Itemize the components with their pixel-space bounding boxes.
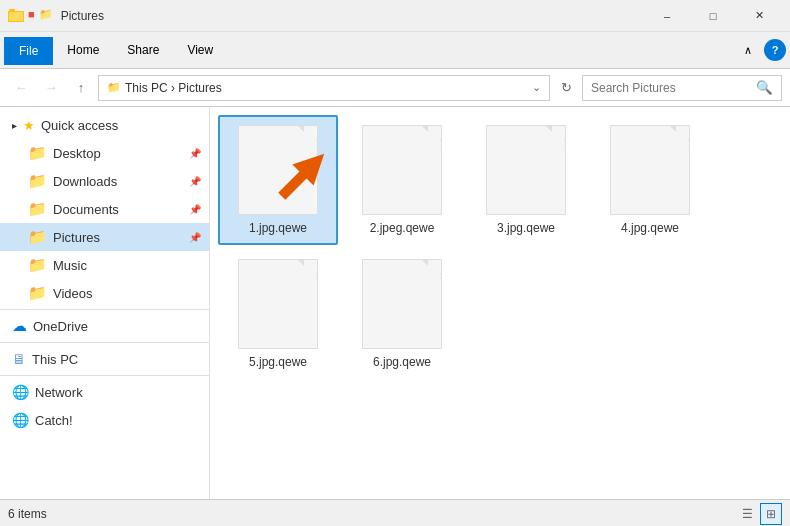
minimize-button[interactable]: –: [644, 0, 690, 32]
sidebar-item-quick-access-header[interactable]: ▸ ★ Quick access: [0, 111, 209, 139]
sidebar-thispc-label: This PC: [32, 352, 78, 367]
sidebar-videos-label: Videos: [53, 286, 93, 301]
ribbon-tabs: File Home Share View ∧ ?: [0, 32, 790, 68]
file-name-6: 6.jpg.qewe: [373, 355, 431, 369]
sidebar-music-label: Music: [53, 258, 87, 273]
address-bar: ← → ↑ 📁 This PC › Pictures ⌄ ↻ 🔍: [0, 69, 790, 107]
refresh-button[interactable]: ↻: [554, 76, 578, 100]
address-path[interactable]: 📁 This PC › Pictures ⌄: [98, 75, 550, 101]
desktop-folder-icon: 📁: [28, 144, 47, 162]
maximize-button[interactable]: □: [690, 0, 736, 32]
sidebar-item-onedrive[interactable]: ☁ OneDrive: [0, 312, 209, 340]
pin-icon: 📌: [189, 148, 201, 159]
catch-icon: 🌐: [12, 412, 29, 428]
file-name-4: 4.jpg.qewe: [621, 221, 679, 235]
sidebar-documents-label: Documents: [53, 202, 119, 217]
pictures-pin-icon: 📌: [189, 232, 201, 243]
documents-pin-icon: 📌: [189, 204, 201, 215]
file-name-3: 3.jpg.qewe: [497, 221, 555, 235]
ribbon: File Home Share View ∧ ?: [0, 32, 790, 69]
title-bar-folder-icon: 📁: [39, 8, 53, 24]
file-area: 1.jpg.qewe 2.jpeg.qewe 3.jpg.qewe: [210, 107, 790, 499]
title-bar-icons: ■ 📁: [8, 8, 53, 24]
sidebar-item-downloads[interactable]: 📁 Downloads 📌: [0, 167, 209, 195]
view-toggle-buttons: ☰ ⊞: [736, 503, 782, 525]
file-icon-3: [486, 125, 566, 215]
close-button[interactable]: ✕: [736, 0, 782, 32]
pictures-folder-icon: 📁: [28, 228, 47, 246]
sidebar-downloads-label: Downloads: [53, 174, 117, 189]
svg-rect-2: [9, 12, 23, 21]
title-bar: ■ 📁 Pictures – □ ✕: [0, 0, 790, 32]
quick-access-label: Quick access: [41, 118, 118, 133]
file-item-2[interactable]: 2.jpeg.qewe: [342, 115, 462, 245]
downloads-folder-icon: 📁: [28, 172, 47, 190]
sidebar-item-documents[interactable]: 📁 Documents 📌: [0, 195, 209, 223]
sidebar-onedrive-label: OneDrive: [33, 319, 88, 334]
file-item-3[interactable]: 3.jpg.qewe: [466, 115, 586, 245]
window-title: Pictures: [61, 9, 644, 23]
file-grid: 1.jpg.qewe 2.jpeg.qewe 3.jpg.qewe: [218, 115, 782, 379]
tab-home[interactable]: Home: [53, 37, 113, 63]
downloads-pin-icon: 📌: [189, 176, 201, 187]
search-icon-button[interactable]: 🔍: [756, 80, 773, 95]
tab-share[interactable]: Share: [113, 37, 173, 63]
documents-folder-icon: 📁: [28, 200, 47, 218]
window-icon: [8, 8, 24, 24]
star-icon: ★: [23, 118, 35, 133]
onedrive-icon: ☁: [12, 317, 27, 335]
file-item-5[interactable]: 5.jpg.qewe: [218, 249, 338, 379]
sidebar-item-pictures[interactable]: 📁 Pictures 📌: [0, 223, 209, 251]
item-count-label: 6 items: [8, 507, 47, 521]
sidebar-pictures-label: Pictures: [53, 230, 100, 245]
file-item-6[interactable]: 6.jpg.qewe: [342, 249, 462, 379]
search-box[interactable]: 🔍: [582, 75, 782, 101]
videos-folder-icon: 📁: [28, 284, 47, 302]
large-icons-view-button[interactable]: ⊞: [760, 503, 782, 525]
file-name-2: 2.jpeg.qewe: [370, 221, 435, 235]
tab-view[interactable]: View: [173, 37, 227, 63]
quick-access-icon: ■: [28, 8, 35, 24]
file-icon-2: [362, 125, 442, 215]
network-icon: 🌐: [12, 384, 29, 400]
file-name-5: 5.jpg.qewe: [249, 355, 307, 369]
svg-rect-0: [9, 9, 15, 11]
sidebar-item-network[interactable]: 🌐 Network: [0, 378, 209, 406]
file-icon-1: [238, 125, 318, 215]
file-item-4[interactable]: 4.jpg.qewe: [590, 115, 710, 245]
file-icon-4: [610, 125, 690, 215]
sidebar-item-desktop[interactable]: 📁 Desktop 📌: [0, 139, 209, 167]
ribbon-collapse-button[interactable]: ∧: [736, 40, 760, 61]
sidebar-separator-1: [0, 309, 209, 310]
main-layout: ▸ ★ Quick access 📁 Desktop 📌 📁 Downloads…: [0, 107, 790, 499]
status-bar: 6 items ☰ ⊞: [0, 499, 790, 526]
sidebar-separator-2: [0, 342, 209, 343]
sidebar-item-catch[interactable]: 🌐 Catch!: [0, 406, 209, 434]
sidebar-item-thispc[interactable]: 🖥 This PC: [0, 345, 209, 373]
sidebar: ▸ ★ Quick access 📁 Desktop 📌 📁 Downloads…: [0, 107, 210, 499]
sidebar-network-label: Network: [35, 385, 83, 400]
tab-file[interactable]: File: [4, 37, 53, 65]
music-folder-icon: 📁: [28, 256, 47, 274]
help-button[interactable]: ?: [764, 39, 786, 61]
this-pc-icon: 🖥: [12, 351, 26, 367]
sidebar-separator-3: [0, 375, 209, 376]
sidebar-desktop-label: Desktop: [53, 146, 101, 161]
search-input[interactable]: [591, 81, 752, 95]
forward-button[interactable]: →: [38, 75, 64, 101]
details-view-button[interactable]: ☰: [736, 503, 758, 525]
sidebar-catch-label: Catch!: [35, 413, 73, 428]
back-button[interactable]: ←: [8, 75, 34, 101]
sidebar-item-music[interactable]: 📁 Music: [0, 251, 209, 279]
title-controls: – □ ✕: [644, 0, 782, 32]
chevron-right-icon: ▸: [12, 120, 17, 131]
file-icon-5: [238, 259, 318, 349]
sidebar-item-videos[interactable]: 📁 Videos: [0, 279, 209, 307]
file-item-1[interactable]: 1.jpg.qewe: [218, 115, 338, 245]
breadcrumb-text: This PC › Pictures: [125, 81, 524, 95]
up-button[interactable]: ↑: [68, 75, 94, 101]
file-icon-6: [362, 259, 442, 349]
file-name-1: 1.jpg.qewe: [249, 221, 307, 235]
